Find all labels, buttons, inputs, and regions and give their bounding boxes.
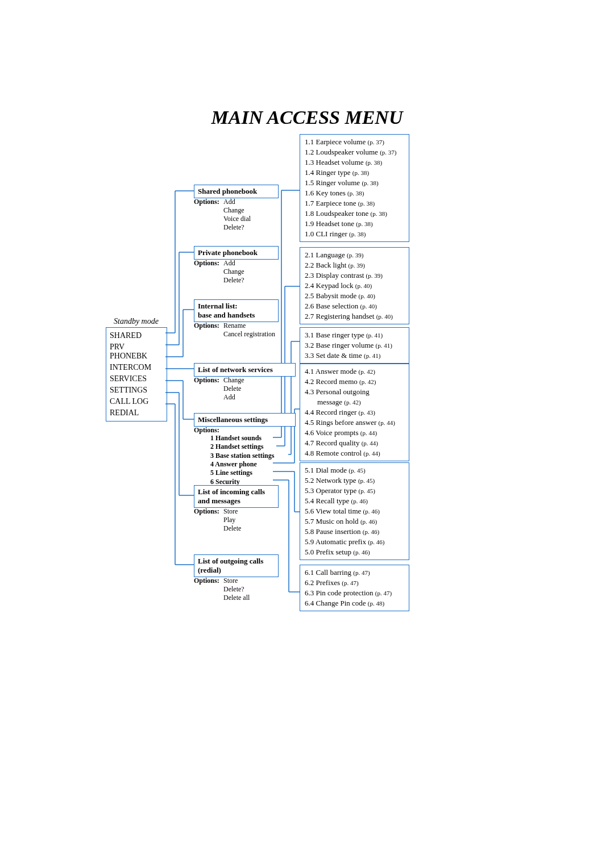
menu-entry: 6.4 Change Pin code (p. 48) (305, 598, 404, 608)
menu-entry: 1.4 Ringer type (p. 38) (305, 168, 404, 178)
handset-sounds-box: 1.1 Earpiece volume (p. 37)1.2 Loudspeak… (300, 134, 409, 242)
menu-entry: 4.7 Record quality (p. 44) (305, 438, 404, 448)
menu-entry: 2.1 Language (p. 39) (305, 250, 404, 260)
menu-entry: 1.6 Key tones (p. 38) (305, 188, 404, 198)
menu-entry: 6.2 Prefixes (p. 47) (305, 578, 404, 588)
internal-list-box: Internal list:base and handsets (194, 299, 279, 322)
private-options: Options:AddChangeDelete? (194, 259, 244, 285)
menu-entry: 3.3 Set date & time (p. 41) (305, 350, 404, 361)
standby-item: SERVICES (110, 373, 163, 385)
misc-settings-box: Miscellaneous settings (194, 413, 296, 427)
menu-entry: 1.1 Earpiece volume (p. 37) (305, 137, 404, 147)
menu-entry: 1.5 Ringer volume (p. 38) (305, 178, 404, 188)
incoming-calls-box: List of incoming callsand messages (194, 485, 279, 508)
menu-entry: 1.7 Earpiece tone (p. 38) (305, 198, 404, 208)
answer-phone-box: 4.1 Answer mode (p. 42)4.2 Record memo (… (300, 364, 409, 461)
incoming-options: Options:StorePlayDelete (194, 507, 241, 533)
menu-entry: 5.2 Network type (p. 45) (305, 475, 404, 486)
menu-entry: 1.2 Loudspeaker volume (p. 37) (305, 147, 404, 157)
menu-entry: 4.8 Remote control (p. 44) (305, 448, 404, 458)
menu-entry: 3.2 Base ringer volume (p. 41) (305, 340, 404, 350)
menu-entry: 1.8 Loudspeaker tone (p. 38) (305, 208, 404, 219)
shared-options: Options:AddChangeVoice dialDelete? (194, 198, 251, 232)
menu-entry: 1.3 Headset volume (p. 38) (305, 157, 404, 168)
menu-entry: 5.7 Music on hold (p. 46) (305, 516, 404, 527)
misc-options: Options: (194, 426, 223, 435)
menu-entry: 2.2 Back light (p. 39) (305, 260, 404, 270)
page-title: MAIN ACCESS MENU (0, 107, 614, 128)
menu-entry: 5.9 Automatic prefix (p. 46) (305, 537, 404, 547)
menu-entry: 5.0 Prefix setup (p. 46) (305, 547, 404, 557)
menu-entry: message (p. 42) (305, 397, 404, 407)
menu-entry: 6.3 Pin code protection (p. 47) (305, 588, 404, 598)
menu-entry: 2.3 Display contrast (p. 39) (305, 270, 404, 281)
menu-entry: 4.1 Answer mode (p. 42) (305, 366, 404, 377)
menu-entry: 4.3 Personal outgoing (305, 387, 404, 397)
security-box: 6.1 Call barring (p. 47)6.2 Prefixes (p.… (300, 565, 409, 611)
standby-item: SETTINGS (110, 385, 163, 396)
standby-item: REDIAL (110, 407, 163, 419)
handset-settings-box: 2.1 Language (p. 39)2.2 Back light (p. 3… (300, 247, 409, 324)
services-options: Options:ChangeDeleteAdd (194, 376, 244, 402)
standby-item: SHARED (110, 330, 163, 341)
standby-item: CALL LOG (110, 396, 163, 407)
menu-entry: 4.2 Record memo (p. 42) (305, 377, 404, 387)
internal-options: Options:RenameCancel registration (194, 322, 275, 339)
misc-options-list: 1 Handset sounds2 Handset settings3 Base… (210, 434, 274, 486)
menu-entry: 5.3 Operator type (p. 45) (305, 486, 404, 496)
standby-item: INTERCOM (110, 362, 163, 373)
standby-menu-box: SHAREDPRV PHONEBKINTERCOMSERVICESSETTING… (106, 327, 167, 422)
menu-entry: 4.4 Record ringer (p. 43) (305, 407, 404, 418)
menu-entry: 4.5 Rings before answer (p. 44) (305, 418, 404, 428)
outgoing-calls-box: List of outgoing calls(redial) (194, 554, 279, 577)
menu-entry: 5.6 View total time (p. 46) (305, 506, 404, 516)
menu-entry: 5.1 Dial mode (p. 45) (305, 465, 404, 475)
base-station-box: 3.1 Base ringer type (p. 41)3.2 Base rin… (300, 327, 409, 364)
menu-entry: 3.1 Base ringer type (p. 41) (305, 330, 404, 340)
outgoing-options: Options:StoreDelete?Delete all (194, 577, 250, 602)
menu-entry: 1.0 CLI ringer (p. 38) (305, 229, 404, 239)
menu-entry: 5.4 Recall type (p. 46) (305, 496, 404, 506)
shared-phonebook-box: Shared phonebook (194, 185, 279, 198)
menu-entry: 1.9 Headset tone (p. 38) (305, 219, 404, 229)
line-settings-box: 5.1 Dial mode (p. 45)5.2 Network type (p… (300, 462, 409, 560)
menu-entry: 5.8 Pause insertion (p. 46) (305, 527, 404, 537)
menu-entry: 6.1 Call barring (p. 47) (305, 567, 404, 578)
menu-entry: 2.5 Babysit mode (p. 40) (305, 291, 404, 301)
menu-entry: 2.4 Keypad lock (p. 40) (305, 281, 404, 291)
menu-entry: 2.7 Registering handset (p. 40) (305, 311, 404, 322)
menu-entry: 2.6 Base selection (p. 40) (305, 301, 404, 311)
network-services-box: List of network services (194, 363, 296, 377)
menu-entry: 4.6 Voice prompts (p. 44) (305, 428, 404, 438)
standby-item: PRV PHONEBK (110, 341, 163, 362)
standby-label: Standby mode (114, 317, 159, 326)
private-phonebook-box: Private phonebook (194, 246, 279, 260)
